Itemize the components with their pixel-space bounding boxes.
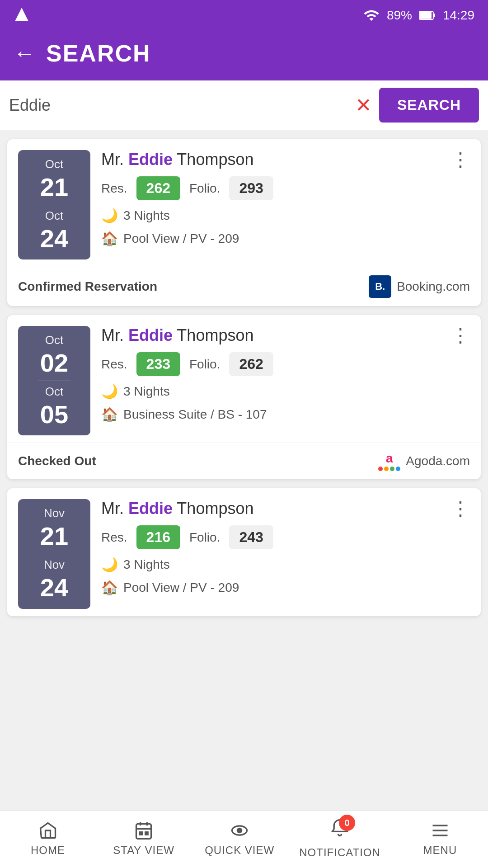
res-label-1: Res. [101,181,127,196]
card-main-1: Oct 21 Oct 24 Mr. Eddie Thompson ⋮ Res. … [7,139,481,267]
card-content-2: Mr. Eddie Thompson ⋮ Res. 233 Folio. 262… [101,326,470,422]
guest-highlight-1: Eddie [128,150,173,169]
agoda-logo-2: a [378,451,400,471]
res-folio-row-1: Res. 262 Folio. 293 [101,176,470,200]
status-text-2: Checked Out [18,454,96,468]
start-month-2: Oct [45,333,63,347]
search-button[interactable]: SEARCH [379,88,479,123]
page-title: SEARCH [46,40,151,67]
date-block-1: Oct 21 Oct 24 [18,150,90,259]
time-text: 14:29 [443,8,474,23]
card-main-2: Oct 02 Oct 05 Mr. Eddie Thompson ⋮ Res. … [7,315,481,443]
end-month-2: Oct [45,385,63,399]
end-day-1: 24 [40,225,68,253]
status-text-1: Confirmed Reservation [18,279,157,294]
reservation-card-1: Oct 21 Oct 24 Mr. Eddie Thompson ⋮ Res. … [7,139,481,306]
guest-name-1: Mr. Eddie Thompson [101,150,253,169]
start-day-2: 02 [40,349,68,377]
room-row-3: 🏠 Pool View / PV - 209 [101,580,470,595]
nights-text-1: 3 Nights [123,208,170,223]
battery-icon [419,9,436,22]
svg-rect-6 [145,832,148,835]
battery-text: 89% [387,8,412,23]
svg-marker-0 [15,8,28,21]
header: ← SEARCH [0,31,488,80]
res-number-1: 262 [136,176,180,200]
booking-logo-1: B. [369,275,391,298]
more-options-2[interactable]: ⋮ [451,326,470,345]
calendar-icon [134,821,154,840]
eye-icon [230,821,249,840]
search-input[interactable] [9,96,348,115]
res-label-3: Res. [101,530,127,545]
svg-rect-4 [136,824,151,839]
guest-highlight-3: Eddie [128,499,173,518]
nights-text-3: 3 Nights [123,557,170,572]
nav-stay-view-label: STAY VIEW [113,844,174,857]
moon-icon-3: 🌙 [101,557,118,572]
room-text-3: Pool View / PV - 209 [123,580,239,595]
bell-icon-wrapper: 0 [330,818,350,843]
card-footer-1: Confirmed Reservation B. Booking.com [7,267,481,306]
nights-row-3: 🌙 3 Nights [101,557,470,572]
wifi-icon [363,7,380,24]
nav-quick-view-label: QUICK VIEW [205,844,274,857]
room-row-1: 🏠 Pool View / PV - 209 [101,231,470,246]
end-month-3: Nov [44,558,65,572]
res-number-2: 233 [136,352,180,376]
source-name-2: Agoda.com [406,454,470,468]
nights-text-2: 3 Nights [123,384,170,399]
end-day-2: 05 [40,401,68,429]
source-1: B. Booking.com [369,275,470,298]
moon-icon-1: 🌙 [101,208,118,223]
res-label-2: Res. [101,357,127,372]
house-icon-1: 🏠 [101,231,118,246]
nav-stay-view[interactable]: STAY VIEW [108,821,180,857]
search-bar: ✕ SEARCH [0,80,488,130]
room-row-2: 🏠 Business Suite / BS - 107 [101,406,470,422]
folio-label-2: Folio. [189,357,220,372]
menu-icon [430,821,450,840]
folio-number-3: 243 [229,525,273,549]
folio-label-1: Folio. [189,181,220,196]
room-text-1: Pool View / PV - 209 [123,231,239,246]
house-icon-2: 🏠 [101,406,118,422]
nav-quick-view[interactable]: QUICK VIEW [203,821,276,857]
bottom-nav: HOME STAY VIEW QUICK VIEW 0 NOTIFICATION [0,811,488,868]
room-text-2: Business Suite / BS - 107 [123,407,267,422]
svg-point-8 [238,828,242,832]
clear-icon[interactable]: ✕ [355,95,372,115]
start-month-3: Nov [44,506,65,520]
cards-container: Oct 21 Oct 24 Mr. Eddie Thompson ⋮ Res. … [0,130,488,625]
signal-icon [14,6,30,23]
nav-home[interactable]: HOME [12,821,84,857]
guest-highlight-2: Eddie [128,326,173,344]
res-number-3: 216 [136,525,180,549]
svg-rect-3 [433,14,435,17]
reservation-card-3: Nov 21 Nov 24 Mr. Eddie Thompson ⋮ Res. … [7,488,481,616]
back-button[interactable]: ← [14,42,35,64]
svg-rect-5 [140,832,142,835]
card-footer-2: Checked Out a Agoda.com [7,443,481,479]
moon-icon-2: 🌙 [101,383,118,399]
start-month-1: Oct [45,157,63,171]
reservation-card-2: Oct 02 Oct 05 Mr. Eddie Thompson ⋮ Res. … [7,315,481,479]
guest-name-row-1: Mr. Eddie Thompson ⋮ [101,150,470,169]
res-folio-row-3: Res. 216 Folio. 243 [101,525,470,549]
guest-name-row-3: Mr. Eddie Thompson ⋮ [101,499,470,518]
card-content-3: Mr. Eddie Thompson ⋮ Res. 216 Folio. 243… [101,499,470,595]
more-options-1[interactable]: ⋮ [451,150,470,169]
guest-name-row-2: Mr. Eddie Thompson ⋮ [101,326,470,345]
nav-notification[interactable]: 0 NOTIFICATION [299,818,380,859]
nav-home-label: HOME [31,844,65,857]
house-icon-3: 🏠 [101,580,118,595]
more-options-3[interactable]: ⋮ [451,499,470,518]
nights-row-2: 🌙 3 Nights [101,383,470,399]
card-content-1: Mr. Eddie Thompson ⋮ Res. 262 Folio. 293… [101,150,470,246]
nav-menu[interactable]: MENU [404,821,476,857]
folio-number-1: 293 [229,176,273,200]
folio-label-3: Folio. [189,530,220,545]
source-name-1: Booking.com [397,279,470,294]
start-day-3: 21 [40,522,68,550]
date-block-3: Nov 21 Nov 24 [18,499,90,609]
